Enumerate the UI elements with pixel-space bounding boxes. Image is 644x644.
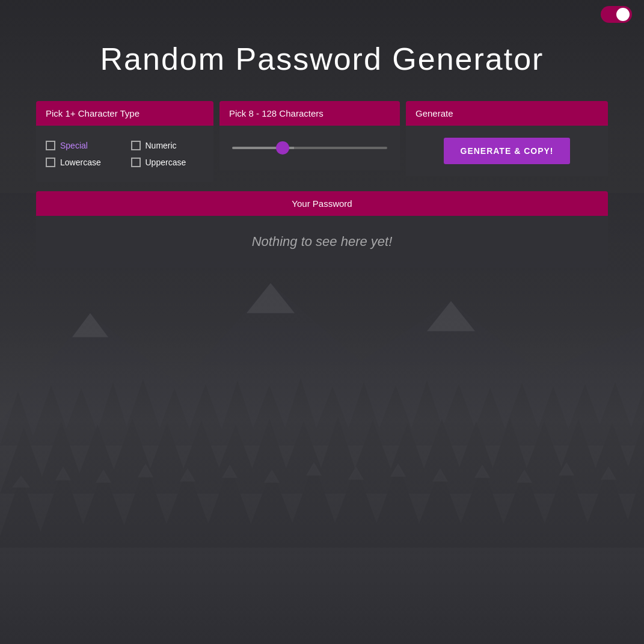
checkbox-uppercase-label: Uppercase [146,158,186,167]
password-placeholder-text: Nothing to see here yet! [252,234,393,249]
slider-header: Pick 8 - 128 Characters [219,101,400,126]
checkbox-lowercase[interactable]: Lowercase [46,158,119,167]
generate-body: GENERATE & COPY! [406,126,608,176]
checkbox-uppercase[interactable]: Uppercase [131,158,204,167]
char-type-panel: Pick 1+ Character Type Special Numeric L… [36,101,213,182]
generate-header: Generate [406,101,608,126]
password-section: Your Password Nothing to see here yet! [0,191,644,268]
toggle-knob [616,8,630,21]
password-header: Your Password [36,191,608,216]
slider-container [229,138,390,158]
checkbox-grid: Special Numeric Lowercase Uppercase [46,138,204,170]
checkbox-special-label: Special [60,141,88,150]
checkbox-numeric-label: Numeric [146,141,177,150]
char-type-body: Special Numeric Lowercase Uppercase [36,126,213,182]
app-title: Random Password Generator [0,41,644,77]
slider-panel: Pick 8 - 128 Characters [219,101,400,182]
generate-panel: Generate GENERATE & COPY! [406,101,608,182]
title-area: Random Password Generator [0,29,644,101]
checkbox-lowercase-label: Lowercase [60,158,101,167]
length-slider[interactable] [232,147,387,149]
slider-body [219,126,400,170]
password-panel: Your Password Nothing to see here yet! [36,191,608,268]
checkbox-special-box[interactable] [46,141,55,150]
panels-row: Pick 1+ Character Type Special Numeric L… [0,101,644,182]
theme-toggle[interactable] [601,6,632,23]
checkbox-special[interactable]: Special [46,141,119,150]
checkbox-uppercase-box[interactable] [131,158,141,167]
char-type-header: Pick 1+ Character Type [36,101,213,126]
checkbox-lowercase-box[interactable] [46,158,55,167]
checkbox-numeric[interactable]: Numeric [131,141,204,150]
password-body: Nothing to see here yet! [36,216,608,268]
generate-button[interactable]: GENERATE & COPY! [444,138,571,164]
checkbox-numeric-box[interactable] [131,141,141,150]
